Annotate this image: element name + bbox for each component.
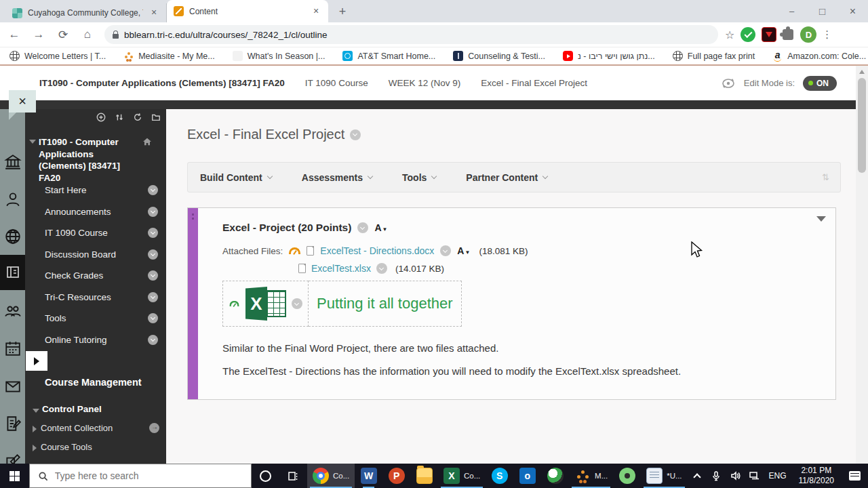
chevron-down-icon[interactable]: [148, 228, 158, 238]
sidebar-item-start-here[interactable]: Start Here: [25, 180, 166, 201]
bookmark-item[interactable]: Welcome Letters | T...: [9, 51, 106, 61]
sidebar-item-announcements[interactable]: Announcements: [25, 201, 166, 223]
student-preview-icon[interactable]: [721, 77, 736, 89]
search-input[interactable]: [55, 470, 245, 481]
maximize-button[interactable]: [807, 5, 837, 17]
reorder-icon[interactable]: [115, 113, 124, 122]
file-link[interactable]: ExcelTest.xlsx: [311, 263, 371, 274]
chevron-down-icon[interactable]: [148, 185, 158, 195]
chevron-down-icon[interactable]: [357, 222, 368, 233]
build-content-button[interactable]: Build Content: [200, 172, 272, 183]
course-title[interactable]: IT1090 - Computer Applications (Clements…: [39, 136, 142, 184]
chevron-down-icon[interactable]: [148, 270, 158, 281]
sidebar-item-online-tutoring[interactable]: Online Tutoring: [25, 329, 166, 351]
bookmark-item[interactable]: Full page fax print: [673, 51, 755, 61]
volume-tray-icon[interactable]: [726, 464, 745, 488]
address-bar[interactable]: bblearn.tri-c.edu/ultra/courses/_78242_1…: [104, 25, 718, 44]
breadcrumb-course[interactable]: IT1090 - Computer Applications (Clements…: [39, 78, 285, 88]
network-tray-icon[interactable]: [745, 464, 764, 488]
item-options-caret-icon[interactable]: [816, 216, 826, 222]
add-item-icon[interactable]: [96, 113, 106, 122]
taskbar-app-recorder[interactable]: [613, 464, 641, 488]
adobe-acrobat-extension-icon[interactable]: [762, 27, 776, 42]
taskbar-app-powerpoint[interactable]: P: [382, 464, 410, 488]
cortana-button[interactable]: [252, 464, 279, 488]
bookmark-item[interactable]: Amazon.com: Cole...: [772, 51, 866, 61]
reorder-items-icon[interactable]: ⇅: [822, 172, 829, 182]
refresh-icon[interactable]: [133, 113, 142, 122]
clock[interactable]: 2:01 PM11/8/2020: [792, 466, 842, 486]
course-title-row[interactable]: IT1090 - Computer Applications (Clements…: [29, 136, 162, 184]
groups-icon[interactable]: [2, 300, 24, 322]
tab-close-icon[interactable]: ×: [311, 6, 321, 17]
calendar-icon[interactable]: [2, 338, 24, 359]
control-panel-row[interactable]: Control Panel: [25, 404, 166, 414]
chevron-down-icon[interactable]: [148, 292, 158, 302]
bookmark-item[interactable]: AT&T Smart Home...: [342, 51, 435, 61]
close-menu-button[interactable]: ×: [9, 90, 36, 113]
taskbar-app-webex[interactable]: [541, 464, 569, 488]
breadcrumb-item[interactable]: WEEK 12 (Nov 9): [389, 78, 461, 88]
chevron-down-icon[interactable]: [292, 298, 302, 309]
close-window-button[interactable]: [837, 5, 868, 18]
hidden-icons-chevron[interactable]: [688, 464, 707, 488]
assessments-button[interactable]: Assessments: [302, 172, 372, 183]
breadcrumb-item[interactable]: Excel - Final Excel Project: [481, 78, 587, 88]
taskbar-app-notepad[interactable]: *U...: [641, 464, 687, 488]
breadcrumb-item[interactable]: IT 1090 Course: [305, 78, 368, 88]
chevron-down-icon[interactable]: [148, 207, 158, 217]
chevron-down-icon[interactable]: [148, 249, 158, 260]
chevron-down-icon[interactable]: [440, 245, 451, 256]
bookmark-item[interactable]: What's In Season |...: [233, 51, 326, 61]
edit-mode-toggle[interactable]: ON: [803, 76, 837, 91]
sidebar-item-it1090-course[interactable]: IT 1090 Course: [25, 222, 166, 244]
taskbar-app-mediasite[interactable]: M...: [569, 464, 613, 488]
taskbar-search[interactable]: [29, 464, 252, 488]
open-arrow-icon[interactable]: [149, 423, 159, 433]
new-tab-button[interactable]: +: [334, 3, 351, 20]
chevron-down-icon[interactable]: [376, 263, 387, 274]
file-link[interactable]: ExcelTest - Directions.docx: [320, 245, 434, 256]
tab-content[interactable]: Content ×: [167, 0, 328, 22]
browser-menu-icon[interactable]: ⋮: [822, 28, 832, 41]
minimize-button[interactable]: [776, 6, 807, 16]
institution-icon[interactable]: [2, 151, 24, 173]
drag-handle-bar[interactable]: [188, 208, 198, 399]
folder-view-icon[interactable]: [151, 113, 161, 122]
collapse-caret-icon[interactable]: [29, 140, 36, 144]
sidebar-item-tric-resources[interactable]: Tri-C Resources: [25, 287, 166, 308]
bookmark-star-icon[interactable]: ☆: [725, 28, 734, 41]
sidebar-item-content-collection[interactable]: Content Collection: [25, 423, 166, 433]
home-icon[interactable]: ⌂: [77, 24, 98, 45]
chevron-down-icon[interactable]: [148, 335, 158, 345]
bookmark-item[interactable]: Mediasite - My Me...: [123, 51, 215, 61]
taskbar-app-excel[interactable]: XCo...: [438, 464, 486, 488]
embed-caption[interactable]: Putting it all together: [309, 281, 462, 327]
menu-collapse-handle[interactable]: [26, 351, 47, 371]
item-title[interactable]: Excel - Project (20 Points): [222, 222, 351, 234]
chevron-down-icon[interactable]: [148, 313, 158, 323]
action-center-button[interactable]: [841, 471, 868, 481]
taskbar-app-outlook[interactable]: o: [513, 464, 541, 488]
language-indicator[interactable]: ENG: [764, 471, 792, 481]
home-icon[interactable]: [142, 136, 153, 184]
profile-avatar[interactable]: D: [800, 26, 816, 43]
bookmark-item[interactable]: נתן גושן וישי ריבו - נ...: [563, 51, 655, 61]
task-view-button[interactable]: [279, 464, 307, 488]
partner-content-button[interactable]: Partner Content: [466, 172, 547, 183]
reload-icon[interactable]: ⟳: [53, 24, 73, 45]
scrollbar-thumb[interactable]: [858, 78, 866, 173]
messages-icon[interactable]: [2, 375, 24, 397]
start-button[interactable]: [0, 464, 29, 488]
scroll-up-arrow-icon[interactable]: [859, 70, 865, 74]
scrollbar[interactable]: [856, 66, 868, 464]
taskbar-app-explorer[interactable]: [410, 464, 438, 488]
taskbar-app-word[interactable]: W: [355, 464, 382, 488]
sidebar-item-tools[interactable]: Tools: [25, 308, 166, 329]
safe-browsing-extension-icon[interactable]: [741, 27, 755, 42]
grades-icon[interactable]: [2, 413, 24, 434]
sidebar-item-discussion-board[interactable]: Discussion Board: [25, 244, 166, 266]
taskbar-app-skype[interactable]: S: [486, 464, 513, 488]
microphone-tray-icon[interactable]: [707, 464, 726, 488]
bookmark-item[interactable]: Counseling & Testi...: [453, 51, 545, 61]
